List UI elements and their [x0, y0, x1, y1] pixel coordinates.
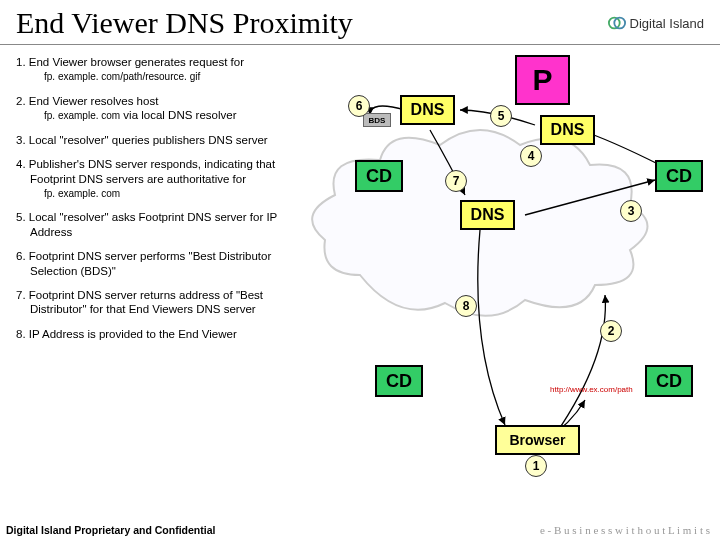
step-3: 3. Local "resolver" queries publishers D… — [16, 133, 292, 147]
dns-box-top: DNS — [400, 95, 455, 125]
dns-box-right: DNS — [540, 115, 595, 145]
step-5: 5. Local "resolver" asks Footprint DNS s… — [16, 210, 292, 239]
step-6: 6. Footprint DNS server performs "Best D… — [16, 249, 292, 278]
url-label: http://www.ex.com/path — [550, 385, 633, 394]
step-marker-3: 3 — [620, 200, 642, 222]
step-marker-1: 1 — [525, 455, 547, 477]
step-1: 1. End Viewer browser generates request … — [16, 55, 292, 84]
brand-text: Digital Island — [630, 16, 704, 31]
publisher-box: P — [515, 55, 570, 105]
tagline: e - B u s i n e s s w i t h o u t L i m … — [540, 524, 710, 536]
steps-list: 1. End Viewer browser generates request … — [0, 45, 300, 505]
bds-badge: BDS — [363, 113, 391, 127]
globe-icon — [608, 14, 626, 32]
step-8: 8. IP Address is provided to the End Vie… — [16, 327, 292, 341]
cd-box-1: CD — [355, 160, 403, 192]
browser-box: Browser — [495, 425, 580, 455]
title-bar: End Viewer DNS Proximity Digital Island — [0, 0, 720, 45]
step-marker-5: 5 — [490, 105, 512, 127]
dns-box-mid: DNS — [460, 200, 515, 230]
step-2: 2. End Viewer resolves host fp. example.… — [16, 94, 292, 123]
cd-box-3: CD — [375, 365, 423, 397]
cd-box-2: CD — [655, 160, 703, 192]
step-marker-8: 8 — [455, 295, 477, 317]
step-marker-2: 2 — [600, 320, 622, 342]
page-title: End Viewer DNS Proximity — [16, 6, 353, 40]
brand: Digital Island — [608, 14, 704, 32]
footer-text: Digital Island Proprietary and Confident… — [6, 524, 215, 536]
step-marker-6: 6 — [348, 95, 370, 117]
cd-box-4: CD — [645, 365, 693, 397]
step-marker-4: 4 — [520, 145, 542, 167]
step-marker-7: 7 — [445, 170, 467, 192]
diagram: P DNS DNS DNS CD CD CD CD Browser BDS ht… — [300, 45, 720, 505]
step-7: 7. Footprint DNS server returns address … — [16, 288, 292, 317]
step-4: 4. Publisher's DNS server responds, indi… — [16, 157, 292, 200]
